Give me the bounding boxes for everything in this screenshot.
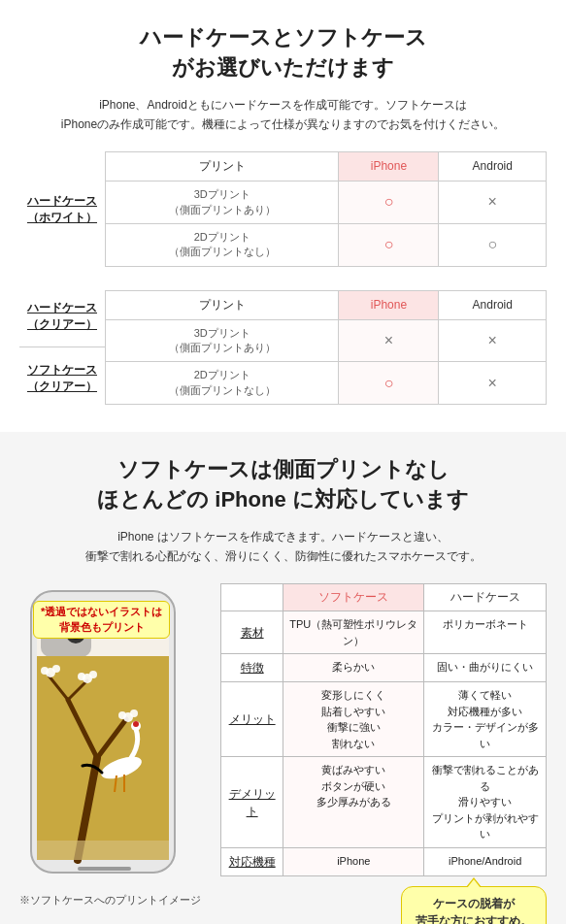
svg-point-15 [52, 665, 60, 673]
comp-row-feature: 特徴 柔らかい 固い・曲がりにくい [221, 654, 547, 682]
svg-point-14 [41, 667, 49, 675]
comp-hard-device: iPhone/Android [424, 847, 547, 875]
svg-point-21 [118, 711, 126, 719]
comp-soft-demerit: 黄ばみやすいボタンが硬い多少厚みがある [283, 757, 424, 848]
label-soft-clear-line1: ソフトケース [27, 362, 97, 379]
table1-row2-android: ○ [439, 223, 547, 266]
table1-row1-android: × [439, 182, 547, 224]
section1: ハードケースとソフトケースがお選びいただけます iPhone、Androidとも… [0, 0, 566, 432]
table1-row2-iphone: ○ [339, 223, 439, 266]
table1-row2: 2Dプリント（側面プリントなし） ○ ○ [106, 223, 547, 266]
comp-row-merit: メリット 変形しにくく貼着しやすい衝撃に強い割れない 薄くて軽い対応機種が多いカ… [221, 682, 547, 757]
comp-label-demerit: デメリット [221, 757, 283, 848]
table1-row1: 3Dプリント（側面プリントあり） ○ × [106, 182, 547, 224]
comp-row-device: 対応機種 iPhone iPhone/Android [221, 847, 547, 875]
comp-hard-demerit: 衝撃で割れることがある滑りやすいプリントが剥がれやすい [424, 757, 547, 848]
svg-point-17 [89, 671, 97, 678]
comp-hard-feature: 固い・曲がりにくい [424, 654, 547, 682]
sticker-label: *透過ではないイラストは背景色もプリント [33, 601, 170, 639]
table2-header-android: Android [439, 290, 547, 319]
comp-soft-material: TPU（熱可塑性ポリウレタン） [283, 611, 424, 654]
table2-header-iphone: iPhone [339, 290, 439, 319]
table2-row2: 2Dプリント（側面プリントなし） ○ × [106, 362, 547, 405]
label-hard-white-line2: （ホワイト） [27, 210, 97, 226]
label-hard-clear-line2: （クリアー） [27, 316, 97, 333]
comp-table-wrap: ソフトケース ハードケース 素材 TPU（熱可塑性ポリウレタン） ポリカーボネー… [220, 583, 547, 924]
section2-desc: iPhone はソフトケースを作成できます。ハードケースと違い、 衝撃で割れる心… [19, 527, 547, 567]
table1-left-labels: ハードケース （ホワイト） [19, 151, 105, 266]
phone-note: ※ソフトケースへのプリントイメージ [19, 893, 209, 908]
table2-row1-print: 3Dプリント（側面プリントあり） [106, 319, 339, 362]
label-soft-clear: ソフトケース （クリアー） [19, 351, 105, 405]
table1-header-print: プリント [106, 152, 339, 182]
svg-rect-29 [78, 867, 131, 871]
table2-row2-android: × [439, 362, 547, 405]
comp-table: ソフトケース ハードケース 素材 TPU（熱可塑性ポリウレタン） ポリカーボネー… [220, 583, 547, 875]
comp-row-demerit: デメリット 黄ばみやすいボタンが硬い多少厚みがある 衝撃で割れることがある滑りや… [221, 757, 547, 848]
label-soft-clear-line2: （クリアー） [27, 379, 97, 395]
comp-row-material: 素材 TPU（熱可塑性ポリウレタン） ポリカーボネート [221, 611, 547, 654]
comp-label-device: 対応機種 [221, 847, 283, 875]
table2-row1: 3Dプリント（側面プリントあり） × × [106, 319, 547, 362]
table2-row2-print: 2Dプリント（側面プリントなし） [106, 362, 339, 405]
section1-desc: iPhone、Androidともにハードケースを作成可能です。ソフトケースは i… [19, 95, 547, 135]
comp-soft-feature: 柔らかい [283, 654, 424, 682]
table1-row1-iphone: ○ [339, 182, 439, 224]
table1-layout: ハードケース （ホワイト） プリント iPhone Android 3Dプリント… [19, 151, 547, 266]
comp-label-merit: メリット [221, 682, 283, 757]
comparison-area: *透過ではないイラストは背景色もプリント [19, 583, 547, 924]
table2-row2-iphone: ○ [339, 362, 439, 405]
comp-hard-material: ポリカーボネート [424, 611, 547, 654]
comp-hard-merit: 薄くて軽い対応機種が多いカラー・デザインが多い [424, 682, 547, 757]
section2-title: ソフトケースは側面プリントなしほとんどの iPhone に対応しています [19, 455, 547, 515]
comp-soft-merit: 変形しにくく貼着しやすい衝撃に強い割れない [283, 682, 424, 757]
svg-point-18 [78, 673, 85, 680]
comp-label-material: 素材 [221, 611, 283, 654]
table1: プリント iPhone Android 3Dプリント（側面プリントあり） ○ ×… [105, 151, 547, 266]
label-hard-clear: ハードケース （クリアー） [19, 290, 105, 348]
section2: ソフトケースは側面プリントなしほとんどの iPhone に対応しています iPh… [0, 432, 566, 924]
label-hard-clear-line1: ハードケース [27, 300, 97, 316]
comp-soft-device: iPhone [283, 847, 424, 875]
section1-title: ハードケースとソフトケースがお選びいただけます [19, 23, 547, 83]
table1-header-android: Android [439, 152, 547, 182]
table1-header-iphone: iPhone [339, 152, 439, 182]
table2-header-print: プリント [106, 290, 339, 319]
phone-img-wrap: *透過ではないイラストは背景色もプリント [19, 583, 194, 887]
svg-rect-28 [37, 841, 169, 860]
label-hard-white-line1: ハードケース [27, 193, 97, 210]
comp-header-soft: ソフトケース [283, 584, 424, 611]
table1-row2-print: 2Dプリント（側面プリントなし） [106, 223, 339, 266]
table1-row1-print: 3Dプリント（側面プリントあり） [106, 182, 339, 224]
table2-layout: ハードケース （クリアー） ソフトケース （クリアー） プリント iPhone … [19, 290, 547, 405]
comp-label-feature: 特徴 [221, 654, 283, 682]
table2-row1-iphone: × [339, 319, 439, 362]
svg-point-20 [130, 710, 138, 717]
comp-header-empty [221, 584, 283, 611]
table2: プリント iPhone Android 3Dプリント（側面プリントあり） × ×… [105, 290, 547, 405]
phone-block: *透過ではないイラストは背景色もプリント [19, 583, 209, 908]
table2-row1-android: × [439, 319, 547, 362]
balloon-wrap: ケースの脱着が苦手な方におすすめ。 [220, 886, 547, 924]
balloon: ケースの脱着が苦手な方におすすめ。 [401, 886, 547, 924]
label-hard-white: ハードケース （ホワイト） [19, 151, 105, 266]
svg-point-24 [133, 721, 139, 727]
table2-left-labels: ハードケース （クリアー） ソフトケース （クリアー） [19, 290, 105, 405]
comp-header-hard: ハードケース [424, 584, 547, 611]
